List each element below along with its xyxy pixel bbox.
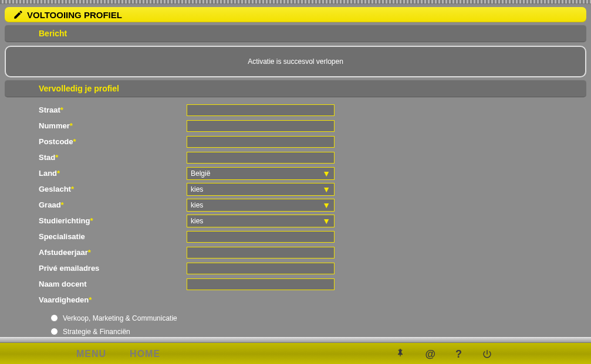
input-prive-email[interactable] (187, 263, 335, 274)
section-bericht: Bericht (5, 25, 586, 42)
message-box: Activatie is succesvol verlopen (5, 46, 586, 77)
at-icon[interactable]: @ (425, 348, 435, 360)
select-graad-value: kies (191, 201, 203, 209)
input-afstudeerjaar[interactable] (187, 247, 335, 258)
power-icon[interactable] (482, 349, 492, 359)
pin-icon[interactable] (396, 348, 405, 361)
label-straat: Straat (39, 106, 60, 114)
chevron-down-icon: ▼ (322, 169, 330, 178)
required-mark: * (70, 121, 73, 130)
bottom-bar-wrap: MENU HOME @ ? (0, 337, 591, 364)
menu-button[interactable]: MENU (76, 349, 106, 359)
page-title: VOLTOOIING PROFIEL (27, 10, 122, 20)
skill-label: Verkoop, Marketing & Communicatie (63, 314, 177, 322)
section-profiel-label: Vervolledig je profiel (39, 84, 119, 93)
page-title-bar: VOLTOOIING PROFIEL (5, 7, 586, 22)
select-land[interactable]: België ▼ (187, 167, 335, 180)
label-postcode: Postcode (39, 137, 73, 146)
required-mark: * (90, 216, 93, 225)
label-vaardigheden: Vaardigheden (39, 295, 89, 304)
label-studierichting: Studierichting (39, 216, 90, 225)
select-geslacht[interactable]: kies ▼ (187, 183, 335, 196)
label-nummer: Nummer (39, 121, 70, 130)
select-studierichting[interactable]: kies ▼ (187, 215, 335, 227)
select-geslacht-value: kies (191, 185, 203, 193)
required-mark: * (60, 106, 63, 114)
skill-radio[interactable] (50, 314, 58, 322)
pencil-icon (13, 9, 23, 20)
required-mark: * (55, 153, 58, 162)
skill-radio[interactable] (50, 328, 58, 335)
skill-option[interactable]: Strategie & Financiën (50, 325, 586, 338)
required-mark: * (73, 137, 76, 146)
label-geslacht: Geslacht (39, 185, 71, 193)
ruler-decoration (0, 0, 591, 4)
input-docent[interactable] (187, 278, 335, 290)
label-graad: Graad (39, 200, 61, 209)
select-graad[interactable]: kies ▼ (187, 199, 335, 212)
chevron-down-icon: ▼ (322, 185, 330, 193)
chevron-down-icon: ▼ (322, 201, 330, 209)
label-stad: Stad (39, 153, 55, 162)
select-land-value: België (191, 169, 210, 178)
skill-option[interactable]: Verkoop, Marketing & Communicatie (50, 311, 586, 325)
section-profiel: Vervolledig je profiel (5, 80, 586, 97)
bottom-divider (0, 337, 591, 343)
input-specialisatie[interactable] (187, 231, 335, 243)
help-icon[interactable]: ? (455, 348, 462, 360)
label-land: Land (39, 169, 57, 178)
label-docent: Naam docent (39, 280, 87, 288)
message-text: Activatie is succesvol verlopen (248, 57, 343, 66)
input-straat[interactable] (187, 104, 335, 116)
select-studierichting-value: kies (191, 217, 203, 225)
home-button[interactable]: HOME (130, 349, 160, 359)
required-mark: * (61, 200, 64, 209)
input-nummer[interactable] (187, 120, 335, 132)
input-stad[interactable] (187, 152, 335, 164)
label-prive-email: Privé emailadres (39, 264, 99, 273)
required-mark: * (71, 185, 74, 193)
required-mark: * (88, 248, 91, 257)
input-postcode[interactable] (187, 136, 335, 148)
chevron-down-icon: ▼ (322, 217, 330, 225)
required-mark: * (57, 169, 60, 178)
label-afstudeerjaar: Afstudeerjaar (39, 248, 88, 257)
skill-label: Strategie & Financiën (63, 328, 130, 336)
bottom-bar: MENU HOME @ ? (0, 343, 591, 364)
required-mark: * (89, 295, 92, 304)
section-bericht-label: Bericht (39, 29, 67, 38)
profile-form: Straat* Nummer* Postcode* Stad* Land* Be… (5, 98, 586, 352)
label-specialisatie: Specialisatie (39, 232, 85, 241)
